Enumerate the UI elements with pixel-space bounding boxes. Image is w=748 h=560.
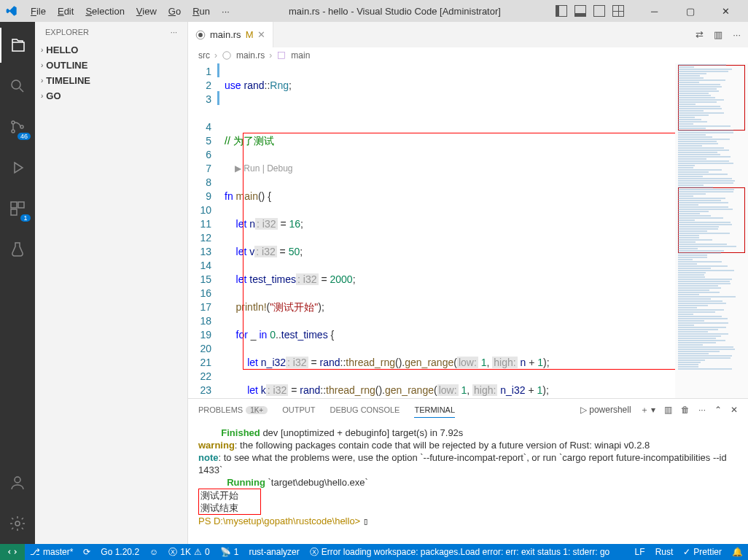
status-feedback[interactable]: ☺ [144, 544, 163, 560]
svg-rect-6 [11, 209, 17, 215]
codelens-run-debug[interactable]: ▶ Run | Debug [225, 162, 675, 176]
tab-label: main.rs [210, 29, 241, 40]
scm-badge: 46 [17, 133, 31, 140]
breadcrumb[interactable]: src› main.rs› main [188, 47, 748, 63]
panel-tab-debug[interactable]: DEBUG CONSOLE [330, 402, 400, 417]
menu-file[interactable]: File [26, 3, 50, 20]
tab-modified: M [246, 29, 254, 40]
activity-explorer[interactable] [0, 28, 35, 63]
svg-rect-12 [278, 52, 285, 58]
minimap[interactable]: for(let i=0;i<140;i++)document.write('<d… [675, 63, 748, 398]
activity-extensions[interactable]: 1 [0, 191, 35, 226]
svg-point-0 [12, 80, 20, 89]
terminal-shell-selector[interactable]: ▷ powershell [580, 405, 631, 415]
panel-bottom-icon[interactable] [574, 5, 586, 17]
title-bar: File Edit Selection View Go Run ··· main… [0, 0, 748, 22]
panel-tab-problems[interactable]: PROBLEMS1K+ [198, 402, 268, 417]
activity-search[interactable] [0, 69, 35, 104]
activity-test[interactable] [0, 232, 35, 267]
chevron-right-icon: › [41, 92, 43, 100]
chevron-right-icon: › [41, 77, 43, 85]
layout-icons [556, 5, 624, 17]
kill-terminal-icon[interactable]: 🗑 [681, 405, 690, 415]
activity-scm[interactable]: 46 [0, 109, 35, 144]
svg-rect-5 [18, 202, 24, 208]
explorer-title: EXPLORER [45, 28, 89, 36]
menu-view[interactable]: View [132, 3, 161, 20]
status-prettier[interactable]: ✓ Prettier [678, 544, 727, 560]
terminal-highlight-box: 测试开始 测试结束 [198, 489, 261, 515]
bottom-panel: PROBLEMS1K+ OUTPUT DEBUG CONSOLE TERMINA… [188, 398, 748, 544]
new-terminal-icon[interactable]: ＋ ▾ [640, 404, 655, 416]
rust-file-icon [222, 50, 232, 61]
status-rust-analyzer[interactable]: rust-analyzer [244, 544, 304, 560]
terminal-output[interactable]: Finished dev [unoptimized + debuginfo] t… [188, 421, 748, 544]
maximize-button[interactable]: ▢ [674, 0, 706, 22]
layout-grid-icon[interactable] [612, 5, 624, 17]
sidebar-section-go[interactable]: ›GO [35, 88, 187, 104]
status-go[interactable]: Go 1.20.2 [96, 544, 144, 560]
menu-more[interactable]: ··· [217, 3, 234, 20]
svg-point-10 [198, 33, 203, 37]
status-lang[interactable]: Rust [650, 544, 679, 560]
chevron-right-icon: › [41, 46, 43, 54]
symbol-icon [276, 50, 287, 61]
panel-tab-output[interactable]: OUTPUT [282, 402, 315, 417]
ext-badge: 1 [20, 214, 31, 222]
svg-point-11 [223, 52, 231, 60]
remote-indicator[interactable] [0, 544, 25, 560]
code-editor[interactable]: 1 2 3 4 5 6 7 8 9 10 11 12 13 14 15 16 1… [188, 63, 748, 398]
activity-bar: 46 1 [0, 22, 35, 544]
menu-go[interactable]: Go [164, 3, 185, 20]
sidebar-section-timeline[interactable]: ›TIMELINE [35, 73, 187, 88]
panel-right-icon[interactable] [593, 5, 605, 17]
activity-account[interactable] [0, 465, 35, 500]
editor-area: main.rs M ✕ ⇄ ▥ ··· src› main.rs› main 1… [188, 22, 748, 544]
status-radio[interactable]: 📡 1 [215, 544, 244, 560]
sidebar-section-hello[interactable]: ›HELLO [35, 42, 187, 58]
svg-rect-4 [11, 202, 17, 208]
menu-run[interactable]: Run [188, 3, 214, 20]
panel-left-icon[interactable] [556, 5, 567, 17]
close-button[interactable]: ✕ [709, 0, 742, 22]
editor-actions: ⇄ ▥ ··· [696, 29, 748, 40]
status-bar: ⎇ master* ⟳ Go 1.20.2 ☺ ⓧ 1K ⚠ 0 📡 1 rus… [0, 544, 748, 560]
split-terminal-icon[interactable]: ▥ [664, 405, 672, 415]
tab-close-icon[interactable]: ✕ [257, 29, 265, 40]
svg-point-7 [15, 477, 20, 483]
minimize-button[interactable]: ─ [638, 0, 671, 22]
explorer-more-icon[interactable]: ··· [171, 28, 177, 36]
rust-file-icon [195, 30, 206, 40]
explorer-sidebar: EXPLORER ··· ›HELLO ›OUTLINE ›TIMELINE ›… [35, 22, 188, 544]
editor-more-icon[interactable]: ··· [733, 29, 741, 40]
status-eol[interactable]: LF [630, 544, 650, 560]
menu-selection[interactable]: Selection [81, 3, 128, 20]
status-errors[interactable]: ⓧ 1K ⚠ 0 [163, 544, 214, 560]
activity-debug[interactable] [0, 150, 35, 185]
status-sync[interactable]: ⟳ [78, 544, 96, 560]
sidebar-section-outline[interactable]: ›OUTLINE [35, 58, 187, 73]
panel-maximize-icon[interactable]: ⌃ [714, 405, 722, 415]
status-error-msg[interactable]: ⓧ Error loading workspace: packages.Load… [305, 544, 615, 560]
panel-tabs: PROBLEMS1K+ OUTPUT DEBUG CONSOLE TERMINA… [188, 399, 748, 421]
window-title: main.rs - hello - Visual Studio Code [Ad… [237, 6, 553, 17]
split-icon[interactable]: ▥ [714, 29, 722, 40]
tab-bar: main.rs M ✕ ⇄ ▥ ··· [188, 22, 748, 47]
panel-more-icon[interactable]: ··· [698, 405, 706, 415]
menu-edit[interactable]: Edit [53, 3, 78, 20]
svg-point-2 [12, 130, 15, 133]
chevron-right-icon: › [41, 61, 43, 69]
panel-tab-terminal[interactable]: TERMINAL [414, 402, 455, 418]
status-branch[interactable]: ⎇ master* [25, 544, 78, 560]
activity-settings[interactable] [0, 506, 35, 541]
vscode-logo-icon [6, 5, 17, 17]
line-gutter: 1 2 3 4 5 6 7 8 9 10 11 12 13 14 15 16 1… [188, 63, 225, 398]
svg-point-1 [12, 121, 15, 124]
code-content[interactable]: use rand::Rng; // 为了测试 ▶ Run | Debug fn … [225, 63, 675, 398]
tab-main-rs[interactable]: main.rs M ✕ [188, 22, 273, 47]
compare-icon[interactable]: ⇄ [696, 29, 704, 40]
panel-close-icon[interactable]: ✕ [731, 405, 738, 415]
status-notifications[interactable]: 🔔 [727, 544, 748, 560]
svg-point-8 [15, 521, 20, 526]
